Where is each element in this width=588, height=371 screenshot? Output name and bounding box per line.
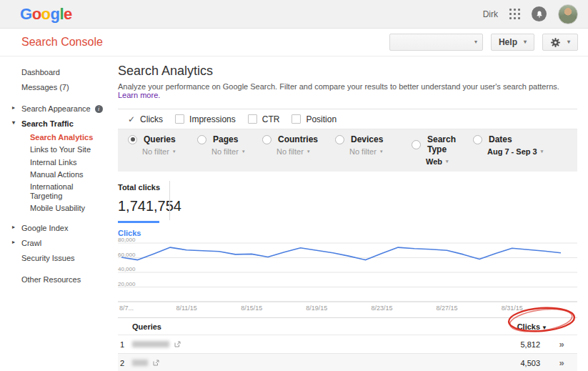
help-button-label: Help <box>499 37 517 47</box>
total-clicks-card[interactable]: Total clicks 1,741,754 <box>118 179 159 223</box>
dimension-filter[interactable]: Aug 7 - Sep 3▾ <box>487 147 577 156</box>
sidebar-item-search-analytics[interactable]: Search Analytics <box>0 131 111 143</box>
clicks-value: 4,503 <box>496 359 546 367</box>
sidebar-item-links-to-your-site[interactable]: Links to Your Site <box>0 143 111 155</box>
learn-more-link[interactable]: Learn more. <box>118 91 160 99</box>
radio-devices[interactable] <box>335 135 344 144</box>
sidebar-item-internal-links[interactable]: Internal Links <box>0 156 111 168</box>
property-selector[interactable]: ▾ <box>389 34 483 51</box>
notification-bell-icon[interactable] <box>532 6 547 21</box>
metric-ctr[interactable]: CTR <box>248 114 280 124</box>
metric-position[interactable]: Position <box>291 114 337 124</box>
summary-section: Total clicks 1,741,754 <box>118 179 577 223</box>
dimension-filter[interactable]: No filter▾ <box>349 147 412 156</box>
radio-dates[interactable] <box>473 135 482 144</box>
metrics-bar: ✓ClicksImpressionsCTRPosition <box>118 109 577 129</box>
logo-letter: o <box>32 5 41 23</box>
sidebar-item-label: Search Appearance <box>21 104 91 113</box>
sidebar-item-label: Search Analytics <box>30 133 93 142</box>
sidebar-item-crawl[interactable]: ▸Crawl <box>0 235 111 250</box>
caret-down-icon: ▾ <box>474 39 477 45</box>
x-axis-tick-label: 8/23/15 <box>371 305 392 312</box>
checkmark-icon: ✓ <box>128 115 135 124</box>
dimension-countries[interactable]: CountriesNo filter▾ <box>262 134 335 166</box>
radio-search-type[interactable] <box>412 140 421 149</box>
y-axis-tick-label: 60,000 <box>118 252 135 258</box>
queries-table-body: 15,812»24,503»34,398»44,397» <box>118 335 577 371</box>
expand-arrow-icon: ▸ <box>12 224 15 230</box>
dimension-filter[interactable]: No filter▾ <box>276 147 335 156</box>
search-console-window: Google Dirk Search Console ▾ Help ▾ <box>0 0 588 371</box>
user-avatar[interactable] <box>558 4 578 24</box>
user-name: Dirk <box>483 9 498 19</box>
radio-pages[interactable] <box>197 135 206 144</box>
checkbox-unchecked[interactable] <box>291 114 301 124</box>
sidebar-item-label: International Targeting <box>30 182 74 200</box>
sidebar-item-other-resources[interactable]: Other Resources <box>0 272 111 287</box>
external-link-icon[interactable] <box>153 360 159 366</box>
caret-down-icon: ▾ <box>541 149 544 154</box>
logo-letter: g <box>51 5 60 23</box>
external-link-icon[interactable] <box>174 341 181 347</box>
collapse-arrow-icon: ▾ <box>12 119 15 126</box>
metric-impressions[interactable]: Impressions <box>175 114 236 124</box>
dimension-filter[interactable]: Web▾ <box>426 157 473 166</box>
dimension-label: Pages <box>213 134 238 144</box>
checkbox-unchecked[interactable] <box>175 114 184 124</box>
google-logo[interactable]: Google <box>20 6 72 22</box>
sidebar-item-search-appearance[interactable]: ▸Search Appearancei <box>0 101 111 116</box>
summary-divider <box>169 181 170 220</box>
sidebar-item-label: Search Traffic <box>21 119 74 128</box>
table-header-queries[interactable]: Queries <box>132 322 492 331</box>
filter-value: No filter <box>211 147 239 156</box>
expand-chevron-icon[interactable]: » <box>546 357 577 368</box>
dimension-search-type[interactable]: Search TypeWeb▾ <box>412 134 473 166</box>
row-rank: 2 <box>118 359 132 367</box>
sidebar-item-international-targeting[interactable]: International Targeting <box>0 180 111 202</box>
app-title[interactable]: Search Console <box>21 36 103 49</box>
filter-value: Web <box>426 157 442 166</box>
redacted-query[interactable] <box>132 341 169 347</box>
dimension-pages[interactable]: PagesNo filter▾ <box>197 134 262 166</box>
metric-clicks[interactable]: ✓Clicks <box>128 114 163 124</box>
help-button[interactable]: Help ▾ <box>491 34 534 51</box>
dimension-devices[interactable]: DevicesNo filter▾ <box>335 134 412 166</box>
sidebar-item-search-traffic[interactable]: ▾Search Traffic <box>0 116 111 131</box>
sidebar-item-google-index[interactable]: ▸Google Index <box>0 220 111 235</box>
table-row[interactable]: 15,812» <box>118 335 577 353</box>
dimension-filter[interactable]: No filter▾ <box>211 147 262 156</box>
settings-button[interactable]: ▾ <box>542 34 578 51</box>
sidebar-item-manual-actions[interactable]: Manual Actions <box>0 168 111 180</box>
table-header-clicks[interactable]: Clicks▼ <box>492 322 577 331</box>
sidebar-item-label: Internal Links <box>30 158 76 167</box>
sidebar-item-label: Links to Your Site <box>30 146 91 154</box>
sidebar-item-label: Security Issues <box>21 254 75 262</box>
sidebar-item-messages-7[interactable]: Messages (7) <box>0 79 111 94</box>
radio-countries[interactable] <box>262 135 271 144</box>
total-clicks-value: 1,741,754 <box>118 198 159 214</box>
sidebar-item-label: Dashboard <box>21 68 60 76</box>
expand-arrow-icon: ▸ <box>12 239 15 245</box>
dimension-filter[interactable]: No filter▾ <box>142 147 197 156</box>
caret-down-icon: ▾ <box>173 149 176 154</box>
sidebar-item-mobile-usability[interactable]: Mobile Usability <box>0 202 111 214</box>
row-rank: 1 <box>118 340 132 349</box>
sidebar-item-label: Messages (7) <box>21 83 69 91</box>
sidebar-item-dashboard[interactable]: Dashboard <box>0 64 111 79</box>
expand-chevron-icon[interactable]: » <box>546 339 577 350</box>
checkbox-unchecked[interactable] <box>248 114 257 124</box>
sidebar-item-label: Google Index <box>21 224 68 232</box>
dimension-label: Search Type <box>427 134 473 154</box>
dimension-dates[interactable]: DatesAug 7 - Sep 3▾ <box>473 134 577 166</box>
radio-queries[interactable] <box>128 135 137 144</box>
x-axis-tick-label: 8/11/15 <box>176 305 196 312</box>
dimension-label: Countries <box>278 134 318 144</box>
info-icon: i <box>95 105 103 113</box>
redacted-query[interactable] <box>132 360 148 366</box>
page-title: Search Analytics <box>118 64 577 79</box>
sidebar-item-security-issues[interactable]: Security Issues <box>0 250 111 265</box>
apps-grid-icon[interactable] <box>509 9 520 19</box>
dimension-queries[interactable]: QueriesNo filter▾ <box>128 134 197 166</box>
table-row[interactable]: 24,503» <box>118 353 577 371</box>
total-clicks-label: Total clicks <box>118 183 159 192</box>
